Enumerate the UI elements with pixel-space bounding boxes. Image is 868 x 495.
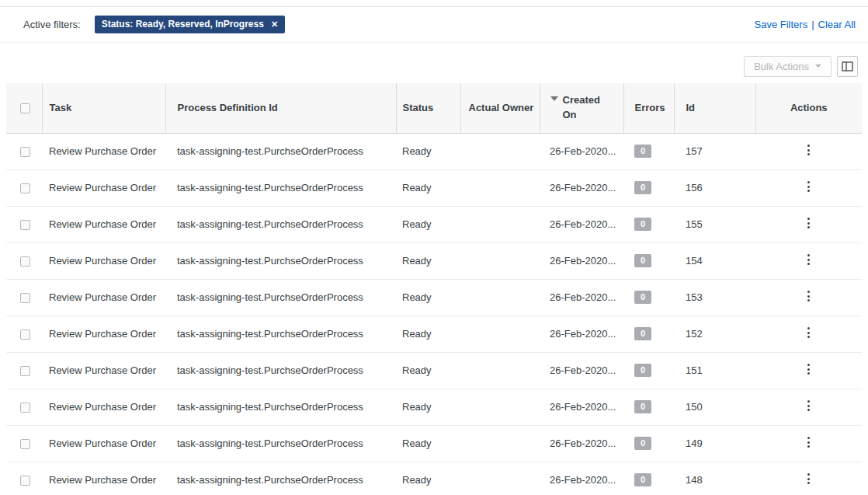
actual-owner-cell (460, 169, 540, 206)
status-cell: Ready (396, 315, 460, 352)
id-cell: 149 (674, 425, 755, 462)
actions-column-header: Actions (755, 83, 862, 133)
filter-links: Save Filters|Clear All (755, 19, 856, 30)
process-definition-cell: task-assigning-test.PurchseOrderProcess (165, 315, 396, 352)
errors-column-header[interactable]: Errors (623, 83, 674, 133)
process-definition-column-header[interactable]: Process Definition Id (165, 83, 396, 133)
actions-cell (755, 352, 862, 389)
task-name-cell: Review Purchase Order (42, 242, 165, 279)
status-cell: Ready (396, 389, 460, 425)
clear-all-link[interactable]: Clear All (818, 19, 856, 30)
kebab-menu-icon[interactable] (801, 433, 816, 452)
task-name-cell: Review Purchase Order (42, 133, 165, 169)
row-checkbox[interactable] (20, 439, 30, 449)
select-all-header-cell (6, 83, 42, 133)
created-on-cell: 26-Feb-2020... (540, 315, 623, 352)
status-cell: Ready (396, 169, 460, 206)
task-name-cell: Review Purchase Order (42, 315, 165, 352)
row-checkbox[interactable] (20, 147, 30, 157)
task-name-cell: Review Purchase Order (42, 169, 165, 206)
task-column-header[interactable]: Task (42, 83, 165, 133)
id-cell: 155 (674, 206, 755, 242)
kebab-menu-icon[interactable] (801, 287, 816, 306)
row-checkbox[interactable] (20, 476, 30, 486)
status-cell: Ready (396, 425, 460, 462)
actual-owner-cell (460, 352, 540, 389)
actions-cell (755, 133, 862, 169)
id-cell: 156 (674, 169, 755, 206)
kebab-menu-icon[interactable] (801, 177, 816, 197)
errors-cell: 0 (623, 206, 674, 242)
bulk-actions-label: Bulk Actions (754, 61, 809, 72)
tasks-table-container: Task Process Definition Id Status Actual… (6, 83, 862, 495)
select-all-checkbox[interactable] (20, 103, 30, 113)
sort-descending-icon (550, 96, 558, 101)
created-on-cell: 26-Feb-2020... (540, 425, 623, 462)
table-row: Review Purchase Order task-assigning-tes… (6, 462, 862, 495)
task-name-cell: Review Purchase Order (42, 389, 165, 425)
process-definition-cell: task-assigning-test.PurchseOrderProcess (165, 279, 396, 315)
kebab-menu-icon[interactable] (801, 323, 816, 343)
row-checkbox[interactable] (20, 183, 30, 193)
actual-owner-column-header[interactable]: Actual Owner (460, 83, 540, 133)
task-name-cell: Review Purchase Order (42, 279, 165, 315)
created-on-cell: 26-Feb-2020... (540, 206, 623, 242)
errors-badge: 0 (634, 473, 651, 486)
table-row: Review Purchase Order task-assigning-tes… (6, 169, 862, 206)
table-row: Review Purchase Order task-assigning-tes… (6, 425, 862, 462)
actions-cell (755, 169, 862, 206)
row-checkbox[interactable] (20, 220, 30, 230)
id-column-header[interactable]: Id (674, 83, 755, 133)
row-select-cell (6, 206, 42, 242)
caret-down-icon (815, 64, 821, 68)
status-cell: Ready (396, 133, 460, 169)
table-row: Review Purchase Order task-assigning-tes… (6, 206, 862, 242)
process-definition-cell: task-assigning-test.PurchseOrderProcess (165, 352, 396, 389)
id-cell: 148 (674, 462, 755, 495)
errors-badge: 0 (634, 181, 651, 194)
errors-badge: 0 (634, 291, 651, 304)
id-cell: 151 (674, 352, 755, 389)
table-toolbar: Bulk Actions (0, 55, 868, 77)
kebab-menu-icon[interactable] (801, 214, 816, 233)
kebab-menu-icon[interactable] (801, 141, 816, 160)
actions-cell (755, 425, 862, 462)
errors-badge: 0 (634, 364, 651, 377)
active-filters-bar: Active filters: Status: Ready, Reserved,… (0, 7, 868, 43)
row-select-cell (6, 279, 42, 315)
kebab-menu-icon[interactable] (801, 396, 816, 416)
kebab-menu-icon[interactable] (801, 250, 816, 270)
row-select-cell (6, 389, 42, 425)
status-column-header[interactable]: Status (396, 83, 460, 133)
kebab-menu-icon[interactable] (801, 360, 816, 379)
status-filter-chip: Status: Ready, Reserved, InProgress ✕ (95, 16, 285, 33)
remove-filter-icon[interactable]: ✕ (271, 19, 278, 30)
save-filters-link[interactable]: Save Filters (755, 19, 808, 30)
errors-cell: 0 (623, 279, 674, 315)
table-header: Task Process Definition Id Status Actual… (6, 83, 862, 133)
actual-owner-cell (460, 242, 540, 279)
actions-cell (755, 315, 862, 352)
process-definition-cell: task-assigning-test.PurchseOrderProcess (165, 425, 396, 462)
row-checkbox[interactable] (20, 329, 30, 340)
task-name-cell: Review Purchase Order (42, 425, 165, 462)
active-filters-label: Active filters: (23, 19, 81, 30)
created-on-cell: 26-Feb-2020... (540, 279, 623, 315)
status-cell: Ready (396, 352, 460, 389)
errors-cell: 0 (623, 242, 674, 279)
errors-badge: 0 (634, 218, 651, 231)
bulk-actions-button[interactable]: Bulk Actions (744, 56, 832, 77)
created-on-cell: 26-Feb-2020... (540, 389, 623, 425)
table-row: Review Purchase Order task-assigning-tes… (6, 315, 862, 352)
id-cell: 153 (674, 279, 755, 315)
row-checkbox[interactable] (20, 256, 30, 267)
kebab-menu-icon[interactable] (801, 469, 816, 489)
row-checkbox[interactable] (20, 293, 30, 303)
id-cell: 152 (674, 315, 755, 352)
row-select-cell (6, 425, 42, 462)
row-checkbox[interactable] (20, 403, 30, 413)
manage-columns-button[interactable] (837, 56, 858, 77)
process-definition-cell: task-assigning-test.PurchseOrderProcess (165, 206, 396, 242)
created-on-column-header[interactable]: Created On (540, 83, 623, 133)
row-checkbox[interactable] (20, 366, 30, 376)
